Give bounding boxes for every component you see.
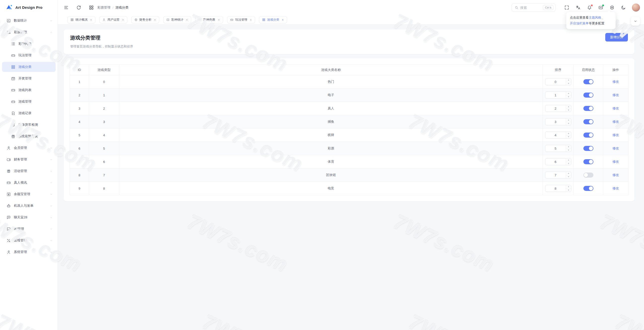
theme-style-link[interactable]: 主题风格 [589, 16, 601, 19]
enable-toggle[interactable] [583, 133, 593, 138]
sidebar-item-label: 系统管理 [14, 250, 27, 254]
sort-input[interactable]: 4 [545, 132, 571, 139]
app-logo[interactable]: Art Design Pro [2, 0, 56, 15]
increase-button[interactable] [566, 172, 571, 175]
decrease-button[interactable] [566, 189, 571, 192]
sidebar-item-chatroom28[interactable]: 聊天室28 [2, 212, 56, 222]
sidebar-item-robot-dispatch[interactable]: 机器人与发单 [2, 201, 56, 211]
edit-link[interactable]: 修改 [613, 120, 619, 123]
sidebar-item-game-category[interactable]: 游戏分类 [2, 62, 56, 72]
sort-input[interactable]: 3 [545, 118, 571, 125]
sidebar-item-im-mgmt[interactable]: IM管理 [2, 224, 56, 234]
sort-input[interactable]: 8 [545, 185, 571, 192]
sidebar-item-system-lottery-predraw[interactable]: 系统彩预开奖 [2, 131, 56, 141]
settings-button[interactable] [610, 5, 615, 10]
sidebar-item-play-mgmt[interactable]: 玩法管理 [2, 50, 56, 60]
edit-link[interactable]: 修改 [613, 173, 619, 177]
search-box[interactable]: Ctrl k [511, 3, 556, 12]
search-input[interactable] [520, 6, 541, 10]
edit-link[interactable]: 修改 [613, 186, 619, 190]
tab-menu-button[interactable] [631, 17, 640, 26]
sort-input[interactable]: 1 [545, 92, 571, 99]
apps-icon[interactable] [89, 5, 94, 10]
sidebar-item-activity-mgmt[interactable]: 活动管理 [2, 166, 56, 176]
sidebar-item-label: 开奖管理 [18, 76, 31, 81]
bell-button[interactable] [587, 5, 592, 10]
top-menu-link[interactable]: 开启顶栏菜单 [570, 22, 589, 25]
sort-input[interactable]: 7 [545, 172, 571, 179]
sort-value: 1 [545, 92, 566, 98]
edit-link[interactable]: 修改 [613, 93, 619, 97]
menu-icon[interactable] [64, 5, 69, 10]
decrease-button[interactable] [566, 122, 571, 125]
sidebar-item-game-list[interactable]: 游戏列表 [2, 85, 56, 95]
message-button[interactable] [598, 5, 603, 10]
sort-input[interactable]: 0 [545, 78, 571, 85]
increase-button[interactable] [566, 185, 571, 189]
sidebar-item-ops-mgmt[interactable]: 运维管理 [2, 235, 56, 245]
enable-toggle[interactable] [583, 159, 593, 164]
decrease-button[interactable] [566, 82, 571, 85]
increase-button[interactable] [566, 145, 571, 149]
sidebar-item-finance-mgmt[interactable]: 财务管理 [2, 154, 56, 164]
sidebar-item-yuebao-mgmt[interactable]: 余额宝管理 [2, 189, 56, 199]
decrease-button[interactable] [566, 95, 571, 99]
translate-icon [576, 5, 581, 10]
increase-button[interactable] [566, 158, 571, 162]
sidebar-item-label: 游戏记录 [18, 111, 31, 115]
sort-stepper [566, 185, 571, 192]
tab-user-operations[interactable]: 用户运营 [99, 16, 127, 23]
sidebar-item-live-video[interactable]: 真人视讯 [2, 178, 56, 188]
enable-toggle[interactable] [583, 186, 593, 191]
tab-stats-overview[interactable]: 统计概况 [67, 16, 95, 23]
enable-toggle[interactable] [583, 146, 593, 151]
tab-play-mgmt[interactable]: 玩法管理 [227, 16, 255, 23]
tab-lottery-list[interactable]: 彩种列表 [195, 16, 223, 23]
decrease-button[interactable] [566, 135, 571, 139]
edit-link[interactable]: 修改 [613, 80, 619, 84]
sidebar-item-lottery-mgmt[interactable]: 彩票管理 [2, 27, 56, 37]
translate-button[interactable] [576, 5, 581, 10]
sidebar-item-label: 彩票管理 [14, 30, 27, 34]
decrease-button[interactable] [566, 109, 571, 112]
moon-button[interactable] [621, 5, 626, 10]
decrease-button[interactable] [566, 149, 571, 152]
edit-link[interactable]: 修改 [613, 133, 619, 137]
increase-button[interactable] [566, 118, 571, 122]
increase-button[interactable] [566, 105, 571, 109]
enable-toggle[interactable] [583, 119, 593, 124]
edit-link[interactable]: 修改 [613, 146, 619, 150]
table-body: 10热门0修改21电子1修改32真人2修改43捕鱼3修改54棋牌4修改65彩票5… [70, 75, 628, 195]
tab-lottery-stats[interactable]: 彩种统计 [163, 16, 191, 23]
sidebar-item-data-stats[interactable]: 数据统计 [2, 16, 56, 26]
fullscreen-button[interactable] [564, 5, 569, 10]
add-category-button[interactable]: 新增分类 [605, 33, 628, 42]
sidebar-item-member-mgmt[interactable]: 会员管理 [2, 143, 56, 153]
sidebar-item-game-records[interactable]: 游戏记录 [2, 108, 56, 118]
gamepad-icon [7, 181, 11, 185]
tab-game-category[interactable]: 游戏分类 [259, 16, 287, 23]
tab-finance-analysis[interactable]: 财务分析 [131, 16, 159, 23]
increase-button[interactable] [566, 92, 571, 95]
refresh-icon[interactable] [76, 5, 81, 10]
increase-button[interactable] [566, 132, 571, 135]
sidebar-item-order-anomaly-check[interactable]: 注单异常检测 [2, 120, 56, 130]
sort-input[interactable]: 5 [545, 145, 571, 152]
edit-link[interactable]: 修改 [613, 160, 619, 163]
sort-input[interactable]: 2 [545, 105, 571, 112]
sidebar-item-draw-mgmt[interactable]: 开奖管理 [2, 73, 56, 84]
enable-toggle[interactable] [583, 106, 593, 111]
sidebar-item-lottery-list[interactable]: 彩种列表 [2, 39, 56, 49]
edit-link[interactable]: 修改 [613, 106, 619, 110]
enable-toggle[interactable] [583, 79, 593, 84]
enable-toggle[interactable] [583, 173, 593, 178]
sidebar-item-system-mgmt[interactable]: 系统管理 [2, 247, 56, 257]
decrease-button[interactable] [566, 162, 571, 165]
sort-input[interactable]: 6 [545, 158, 571, 165]
avatar[interactable] [632, 4, 640, 12]
decrease-button[interactable] [566, 175, 571, 179]
sidebar-item-game-mgmt[interactable]: 游戏管理 [2, 97, 56, 107]
increase-button[interactable] [566, 78, 571, 82]
breadcrumb-parent[interactable]: 彩票管理 [97, 5, 110, 10]
enable-toggle[interactable] [583, 93, 593, 98]
